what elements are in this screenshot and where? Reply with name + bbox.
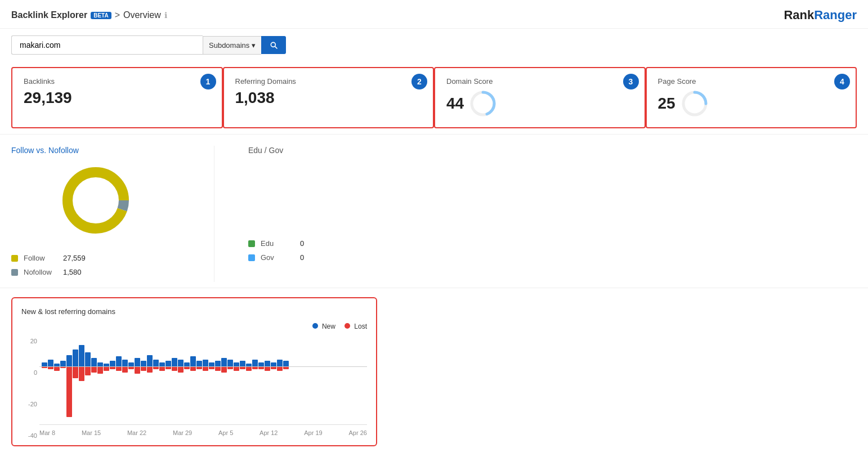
svg-point-6: [68, 172, 124, 228]
page-score-value: 25: [658, 95, 675, 113]
bar-group: [141, 338, 146, 424]
x-label-mar22: Mar 22: [127, 429, 146, 436]
lost-label: Lost: [354, 322, 367, 330]
bar-group: [104, 338, 109, 424]
brand-rank: Rank: [784, 8, 814, 22]
new-bar: [240, 361, 245, 366]
page-score-label: Page Score: [658, 77, 845, 86]
x-label-apr19: Apr 19: [304, 429, 322, 436]
info-icon[interactable]: ℹ: [164, 11, 167, 20]
lost-bar: [73, 366, 78, 378]
lost-bar: [79, 366, 84, 381]
new-bar: [227, 360, 233, 367]
y-label-neg40: -40: [21, 432, 37, 439]
edu-label: Edu: [261, 239, 294, 248]
search-bar: Subdomains ▾: [0, 29, 868, 61]
new-bar: [97, 362, 103, 367]
lost-bar: [97, 366, 103, 374]
new-bar: [135, 358, 140, 366]
metric-referring-domains: Referring Domains 1,038 2: [223, 67, 435, 128]
backlinks-label: Backlinks: [24, 77, 211, 86]
gov-value: 0: [300, 253, 304, 262]
new-bar: [85, 352, 91, 367]
new-bar: [153, 360, 159, 367]
lost-bar: [172, 366, 177, 371]
gov-color: [248, 254, 255, 261]
lost-bar: [265, 366, 270, 371]
follow-value: 27,559: [63, 254, 86, 262]
metric-badge-4: 4: [834, 74, 850, 89]
bar-group: [153, 338, 159, 424]
vertical-divider: [214, 146, 214, 282]
lost-bar: [221, 366, 227, 372]
bar-chart-legend: New Lost: [21, 322, 367, 330]
bar-group: [66, 338, 72, 424]
lost-bar: [246, 366, 252, 371]
referring-domains-label: Referring Domains: [235, 77, 422, 86]
lost-bar: [178, 366, 184, 372]
follow-nofollow-title: Follow vs. Nofollow: [11, 146, 180, 155]
edu-gov-legend-list: Edu 0 Gov 0: [248, 234, 857, 267]
new-bar: [42, 362, 47, 367]
search-button[interactable]: [261, 36, 286, 54]
new-bar: [110, 361, 115, 366]
lost-bar: [159, 366, 165, 371]
domain-score-label: Domain Score: [446, 77, 633, 86]
new-dot: [312, 323, 318, 329]
nofollow-value: 1,580: [63, 268, 82, 276]
new-bar: [190, 356, 196, 366]
lost-bar: [54, 366, 60, 371]
nofollow-label: Nofollow: [24, 268, 57, 276]
new-bar: [209, 362, 214, 367]
bar-group: [122, 338, 128, 424]
follow-color: [11, 255, 18, 262]
bar-group: [60, 338, 66, 424]
follow-label: Follow: [24, 254, 57, 262]
domain-score-container: 44: [446, 89, 633, 118]
new-bar: [48, 360, 53, 367]
search-icon: [269, 41, 278, 50]
lost-bar: [85, 366, 91, 375]
app-title: Backlink Explorer: [11, 10, 87, 20]
y-label-20: 20: [21, 338, 37, 344]
bar-group: [135, 338, 140, 424]
backlinks-value: 29,139: [24, 89, 211, 107]
bar-group: [258, 338, 264, 424]
lost-bar: [141, 366, 146, 371]
y-axis: 20 0 -20 -40: [21, 338, 37, 439]
new-bar: [215, 361, 221, 366]
new-legend-item: New: [312, 322, 335, 330]
lost-bar: [234, 366, 239, 371]
bar-group: [240, 338, 245, 424]
legend-follow: Follow 27,559: [11, 254, 180, 262]
y-label-neg20: -20: [21, 401, 37, 407]
domain-score-gauge: [468, 89, 498, 118]
bottom-section: New & lost referring domains New Lost 20…: [0, 288, 868, 455]
x-axis: Mar 8 Mar 15 Mar 22 Mar 29 Apr 5 Apr 12 …: [39, 429, 367, 436]
dropdown-label: Subdomains: [209, 41, 249, 50]
legend-nofollow: Nofollow 1,580: [11, 268, 180, 276]
subdomains-dropdown[interactable]: Subdomains ▾: [203, 36, 261, 55]
chart-bars: [39, 338, 367, 425]
bar-group: [79, 338, 84, 424]
new-bar: [66, 355, 72, 367]
search-input[interactable]: [11, 35, 203, 55]
edu-gov-title: Edu / Gov: [248, 146, 857, 155]
brand-ranger: Ranger: [814, 8, 857, 22]
lost-bar: [190, 366, 196, 371]
new-bar: [283, 361, 289, 366]
x-label-apr5: Apr 5: [218, 429, 233, 436]
bar-group: [221, 338, 227, 424]
bars-wrapper: [39, 338, 367, 424]
metric-badge-1: 1: [200, 74, 216, 89]
header-left: Backlink Explorer BETA > Overview ℹ: [11, 10, 167, 20]
app-header: Backlink Explorer BETA > Overview ℹ Rank…: [0, 0, 868, 29]
bar-group: [73, 338, 78, 424]
metric-backlinks: Backlinks 29,139 1: [11, 67, 223, 128]
bar-group: [128, 338, 134, 424]
bar-group: [209, 338, 214, 424]
bar-group: [277, 338, 283, 424]
bar-group: [116, 338, 122, 424]
new-bar: [147, 355, 153, 367]
lost-bar: [116, 366, 122, 371]
